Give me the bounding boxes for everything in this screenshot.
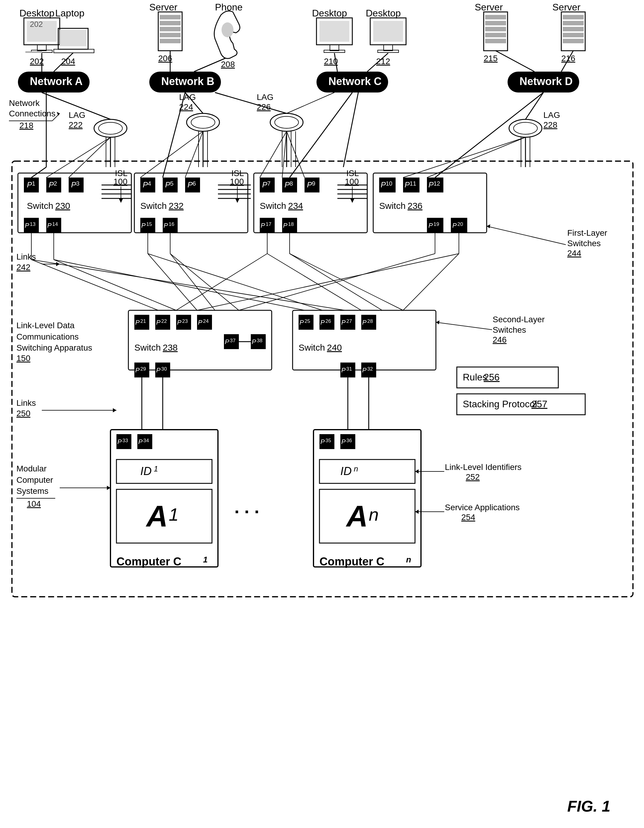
svg-text:P: P xyxy=(117,438,122,445)
svg-text:Switch: Switch xyxy=(134,343,161,352)
svg-text:P: P xyxy=(300,319,304,326)
svg-rect-331 xyxy=(319,459,415,483)
svg-rect-51 xyxy=(563,39,584,43)
svg-text:232: 232 xyxy=(169,201,184,211)
network-d-label: Network D xyxy=(520,75,573,88)
svg-text:P: P xyxy=(362,319,367,326)
svg-text:36: 36 xyxy=(346,438,352,444)
svg-text:9: 9 xyxy=(312,180,315,187)
svg-rect-39 xyxy=(485,15,506,19)
svg-text:n: n xyxy=(354,464,358,473)
svg-text:4: 4 xyxy=(148,180,151,187)
svg-text:Switches: Switches xyxy=(567,239,601,248)
svg-text:P: P xyxy=(138,438,143,445)
svg-text:LAG: LAG xyxy=(543,110,560,120)
svg-rect-11 xyxy=(60,30,86,46)
svg-text:26: 26 xyxy=(325,318,331,324)
svg-text:n: n xyxy=(369,505,379,525)
svg-text:8: 8 xyxy=(290,180,293,187)
svg-text:234: 234 xyxy=(288,201,303,211)
svg-rect-17 xyxy=(160,21,181,25)
svg-text:ISL: ISL xyxy=(115,169,127,178)
svg-rect-48 xyxy=(563,21,584,25)
svg-text:Service Applications: Service Applications xyxy=(445,503,520,512)
svg-text:27: 27 xyxy=(346,318,352,324)
svg-text:252: 252 xyxy=(466,472,480,481)
svg-text:P: P xyxy=(225,338,229,345)
svg-text:10: 10 xyxy=(386,180,392,187)
svg-text:P: P xyxy=(405,180,410,189)
svg-text:Phone: Phone xyxy=(215,2,243,13)
svg-rect-40 xyxy=(485,21,506,25)
svg-text:1: 1 xyxy=(169,505,179,525)
svg-text:Computer C: Computer C xyxy=(319,555,384,568)
svg-text:230: 230 xyxy=(55,201,70,211)
svg-text:218: 218 xyxy=(19,121,33,130)
svg-text:P: P xyxy=(341,366,346,374)
svg-text:236: 236 xyxy=(408,201,423,211)
svg-text:5: 5 xyxy=(170,180,173,187)
svg-text:257: 257 xyxy=(531,398,547,409)
svg-text:Switches: Switches xyxy=(493,325,526,334)
svg-text:1: 1 xyxy=(154,464,158,473)
svg-text:P: P xyxy=(320,438,325,445)
svg-text:First-Layer: First-Layer xyxy=(567,228,607,237)
svg-text:ISL: ISL xyxy=(346,169,359,178)
svg-text:244: 244 xyxy=(567,249,581,258)
svg-text:Stacking Protocol: Stacking Protocol xyxy=(463,398,537,409)
svg-text:A: A xyxy=(346,499,368,533)
svg-text:P: P xyxy=(252,338,256,345)
svg-text:Network: Network xyxy=(9,99,40,108)
svg-text:Systems: Systems xyxy=(16,486,49,496)
svg-rect-315 xyxy=(116,459,212,483)
svg-text:P: P xyxy=(135,319,140,326)
svg-text:. . .: . . . xyxy=(234,497,259,517)
svg-text:31: 31 xyxy=(346,366,352,372)
svg-text:Connections: Connections xyxy=(9,109,55,118)
svg-text:Switching Apparatus: Switching Apparatus xyxy=(16,343,92,352)
svg-text:Switch: Switch xyxy=(298,343,325,352)
svg-text:P: P xyxy=(187,180,193,189)
svg-point-23 xyxy=(221,22,234,37)
svg-rect-33 xyxy=(373,21,403,42)
svg-text:16: 16 xyxy=(169,221,174,227)
svg-text:Computer: Computer xyxy=(16,475,53,485)
svg-text:6: 6 xyxy=(193,180,196,187)
svg-text:P: P xyxy=(452,222,457,229)
svg-text:Laptop: Laptop xyxy=(55,8,85,19)
svg-text:Switch: Switch xyxy=(260,201,286,211)
svg-text:P: P xyxy=(284,180,290,189)
svg-text:Desktop: Desktop xyxy=(19,8,54,19)
svg-text:33: 33 xyxy=(123,438,128,444)
svg-text:228: 228 xyxy=(543,120,558,130)
svg-text:18: 18 xyxy=(288,221,294,227)
diagram-container: Desktop 202 202 Laptop 204 Server 206 xyxy=(0,0,644,828)
svg-text:150: 150 xyxy=(16,354,30,363)
network-c-label: Network C xyxy=(328,75,382,88)
svg-text:104: 104 xyxy=(27,499,41,508)
svg-text:P: P xyxy=(262,180,267,189)
svg-text:Link-Level Identifiers: Link-Level Identifiers xyxy=(445,463,521,472)
svg-rect-50 xyxy=(563,33,584,37)
svg-text:20: 20 xyxy=(457,221,463,227)
svg-text:23: 23 xyxy=(182,318,188,324)
svg-text:Switch: Switch xyxy=(27,201,53,211)
svg-text:216: 216 xyxy=(561,54,575,63)
svg-text:P: P xyxy=(320,319,325,326)
svg-text:Desktop: Desktop xyxy=(312,8,347,19)
svg-rect-18 xyxy=(160,27,181,31)
svg-text:ID: ID xyxy=(140,465,152,477)
svg-text:100: 100 xyxy=(113,177,127,186)
svg-text:19: 19 xyxy=(434,221,439,227)
svg-text:Server: Server xyxy=(552,2,581,13)
svg-text:2: 2 xyxy=(54,180,57,187)
svg-text:15: 15 xyxy=(146,221,152,227)
svg-text:P: P xyxy=(429,222,433,229)
svg-text:P: P xyxy=(163,222,168,229)
svg-rect-47 xyxy=(563,15,584,19)
svg-text:P: P xyxy=(307,180,312,189)
svg-text:37: 37 xyxy=(230,338,236,343)
svg-text:238: 238 xyxy=(163,343,177,352)
svg-text:3: 3 xyxy=(76,180,79,187)
svg-text:A: A xyxy=(145,499,168,533)
